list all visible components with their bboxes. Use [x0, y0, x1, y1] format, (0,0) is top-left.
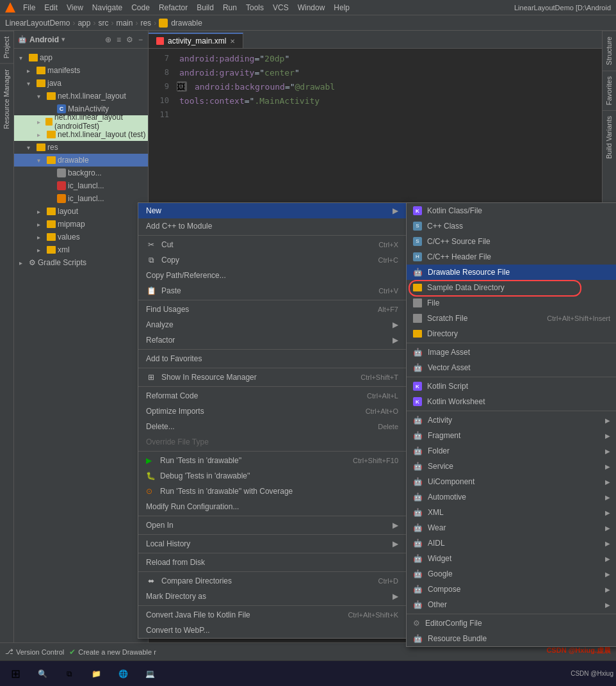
breadcrumb-item-0[interactable]: LinearLayoutDemo [5, 19, 70, 28]
sub-service[interactable]: 🤖 Service ▶ [407, 459, 616, 474]
ctx-paste[interactable]: 📋 Paste Ctrl+V [138, 283, 406, 298]
menu-tools[interactable]: Tools [242, 2, 268, 13]
taskbar-app[interactable]: 💻 [137, 662, 163, 685]
sub-directory[interactable]: Directory [407, 326, 616, 341]
sub-activity[interactable]: 🤖 Activity ▶ [407, 412, 616, 428]
menu-run[interactable]: Run [219, 2, 241, 13]
ctx-debug-tests[interactable]: 🐛 Debug 'Tests in 'drawable'' [138, 468, 406, 484]
taskbar-chrome[interactable]: 🌐 [110, 662, 136, 685]
sub-cpp-header[interactable]: H C/C++ Header File [407, 249, 616, 265]
ctx-copy[interactable]: ⧉ Copy Ctrl+C [138, 252, 406, 268]
breadcrumb-item-2[interactable]: src [98, 19, 108, 28]
sub-file[interactable]: File [407, 295, 616, 311]
sub-widget[interactable]: 🤖 Widget ▶ [407, 551, 616, 566]
sub-fragment[interactable]: 🤖 Fragment ▶ [407, 428, 616, 443]
ctx-run-tests[interactable]: ▶ Run 'Tests in 'drawable'' Ctrl+Shift+F… [138, 453, 406, 468]
ctx-add-favorites[interactable]: Add to Favorites [138, 351, 406, 366]
ctx-refactor[interactable]: Refactor ▶ [138, 332, 406, 348]
sub-xml[interactable]: 🤖 XML ▶ [407, 505, 616, 520]
tab-build-variants[interactable]: Build Variants [603, 110, 616, 164]
sub-editorconfig[interactable]: ⚙ EditorConfig File [407, 616, 616, 631]
collapse-icon[interactable]: ≡ [115, 34, 122, 45]
tree-item-gradle[interactable]: ▸ ⚙ Gradle Scripts [14, 256, 148, 269]
tab-close-icon[interactable]: ✕ [230, 38, 235, 45]
taskbar-explorer[interactable]: 📁 [83, 662, 109, 685]
tree-item-ic-launch-2[interactable]: ▸ ic_launcl... [14, 192, 148, 205]
ctx-convert-webp[interactable]: Convert to WebP... [138, 623, 406, 638]
ctx-local-history[interactable]: Local History ▶ [138, 536, 406, 551]
ctx-analyze[interactable]: Analyze ▶ [138, 317, 406, 332]
menu-file[interactable]: File [19, 2, 39, 13]
sub-google[interactable]: 🤖 Google ▶ [407, 566, 616, 582]
ctx-mark-dir[interactable]: Mark Directory as ▶ [138, 589, 406, 604]
sub-folder[interactable]: 🤖 Folder ▶ [407, 443, 616, 459]
sub-image-asset[interactable]: 🤖 Image Asset [407, 345, 616, 360]
menu-help[interactable]: Help [330, 2, 353, 13]
tab-favorites[interactable]: Favorites [603, 70, 616, 110]
sub-other[interactable]: 🤖 Other ▶ [407, 597, 616, 612]
sub-kotlin-script[interactable]: K Kotlin Script [407, 379, 616, 394]
tab-resource-manager[interactable]: Resource Manager [0, 63, 13, 135]
ctx-show-resource[interactable]: ⊞ Show In Resource Manager Ctrl+Shift+T [138, 370, 406, 385]
breadcrumb-item-3[interactable]: main [116, 19, 133, 28]
ctx-reformat[interactable]: Reformat Code Ctrl+Alt+L [138, 388, 406, 404]
breadcrumb-item-5[interactable]: drawable [171, 19, 202, 28]
ctx-copy-path[interactable]: Copy Path/Reference... [138, 268, 406, 283]
version-control-tab[interactable]: ⎇ Version Control [5, 648, 64, 656]
ctx-run-coverage[interactable]: ⊙ Run 'Tests in 'drawable'' with Coverag… [138, 484, 406, 499]
sub-aidl[interactable]: 🤖 AIDL ▶ [407, 535, 616, 551]
sub-compose[interactable]: 🤖 Compose ▶ [407, 582, 616, 597]
tree-item-java[interactable]: ▾ java [14, 77, 148, 90]
sub-kotlin-class[interactable]: K Kotlin Class/File [407, 203, 616, 218]
ctx-convert-kotlin[interactable]: Convert Java File to Kotlin File Ctrl+Al… [138, 607, 406, 623]
menu-navigate[interactable]: Navigate [88, 2, 126, 13]
sub-drawable-resource[interactable]: 🤖 Drawable Resource File [407, 265, 616, 280]
sub-uicomponent[interactable]: 🤖 UiComponent ▶ [407, 474, 616, 489]
settings-icon[interactable]: ⚙ [125, 34, 134, 45]
menu-window[interactable]: Window [294, 2, 329, 13]
tab-structure[interactable]: Structure [603, 31, 616, 70]
tree-item-app[interactable]: ▾ app [14, 51, 148, 64]
tab-activity-main[interactable]: activity_main.xml ✕ [149, 33, 243, 48]
tree-item-test[interactable]: ▸ net.hxl.linear_layout (test) [14, 128, 148, 141]
tree-item-ic-launch-1[interactable]: ▸ ic_launcl... [14, 179, 148, 192]
ctx-optimize[interactable]: Optimize Imports Ctrl+Alt+O [138, 404, 406, 419]
windows-start[interactable]: ⊞ [3, 662, 28, 685]
tree-item-layout[interactable]: ▸ layout [14, 205, 148, 218]
ctx-compare-dirs[interactable]: ⬌ Compare Directories Ctrl+D [138, 573, 406, 589]
tree-item-background[interactable]: ▸ backgro... [14, 167, 148, 179]
ctx-add-cpp[interactable]: Add C++ to Module [138, 218, 406, 234]
sub-resource-bundle[interactable]: 🤖 Resource Bundle [407, 631, 616, 646]
ctx-find-usages[interactable]: Find Usages Alt+F7 [138, 302, 406, 317]
ctx-open-in[interactable]: Open In ▶ [138, 518, 406, 533]
sub-automotive[interactable]: 🤖 Automotive ▶ [407, 489, 616, 505]
tree-item-values[interactable]: ▸ values [14, 231, 148, 243]
sub-kotlin-worksheet[interactable]: K Kotlin Worksheet [407, 394, 616, 409]
ctx-delete[interactable]: Delete... Delete [138, 419, 406, 434]
tree-item-drawable[interactable]: ▾ drawable [14, 154, 148, 167]
tree-item-res[interactable]: ▾ res [14, 141, 148, 154]
sub-sample-data[interactable]: Sample Data Directory [407, 280, 616, 295]
sub-scratch-file[interactable]: Scratch File Ctrl+Alt+Shift+Insert [407, 311, 616, 326]
ctx-cut[interactable]: ✂ Cut Ctrl+X [138, 237, 406, 252]
menu-refactor[interactable]: Refactor [155, 2, 191, 13]
locate-icon[interactable]: ⊕ [104, 34, 113, 45]
taskbar-search[interactable]: 🔍 [29, 662, 55, 685]
close-panel-icon[interactable]: − [137, 34, 144, 45]
menu-build[interactable]: Build [193, 2, 218, 13]
sub-wear[interactable]: 🤖 Wear ▶ [407, 520, 616, 535]
menu-vcs[interactable]: VCS [269, 2, 293, 13]
taskbar-task-view[interactable]: ⧉ [56, 662, 82, 685]
tree-item-manifests[interactable]: ▸ manifests [14, 64, 148, 77]
tab-project[interactable]: Project [0, 31, 13, 63]
breadcrumb-item-1[interactable]: app [77, 19, 90, 28]
breadcrumb-item-4[interactable]: res [140, 19, 151, 28]
tree-item-mipmap[interactable]: ▸ mipmap [14, 218, 148, 231]
sub-vector-asset[interactable]: 🤖 Vector Asset [407, 360, 616, 375]
panel-dropdown-icon[interactable]: ▾ [61, 35, 65, 44]
tree-item-xml[interactable]: ▸ xml [14, 243, 148, 256]
ctx-new[interactable]: New ▶ [138, 203, 406, 218]
ctx-modify-run[interactable]: Modify Run Configuration... [138, 499, 406, 514]
tree-item-package[interactable]: ▾ net.hxl.linear_layout [14, 90, 148, 102]
ctx-reload[interactable]: Reload from Disk [138, 555, 406, 570]
